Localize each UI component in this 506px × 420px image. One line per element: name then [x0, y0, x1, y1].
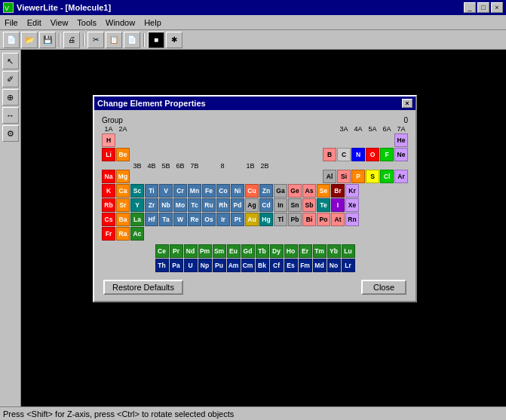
el-Rh[interactable]: Rh — [216, 198, 230, 212]
el-In[interactable]: In — [274, 198, 287, 212]
lt-add[interactable]: ⊕ — [2, 89, 19, 106]
el-Na[interactable]: Na — [102, 170, 115, 183]
el-Ba[interactable]: Ba — [116, 213, 130, 226]
tb-save[interactable]: 💾 — [39, 32, 56, 48]
el-Eu[interactable]: Eu — [227, 244, 241, 258]
restore-defaults-btn[interactable]: Restore Defaults — [103, 280, 183, 295]
el-K[interactable]: K — [102, 184, 115, 198]
el-Zr[interactable]: Zr — [145, 198, 158, 212]
el-Se[interactable]: Se — [317, 184, 330, 198]
el-Re[interactable]: Re — [188, 213, 201, 226]
el-Ni[interactable]: Ni — [231, 184, 244, 198]
el-Pb[interactable]: Pb — [288, 213, 302, 226]
el-Ca[interactable]: Ca — [116, 184, 130, 198]
el-Si[interactable]: Si — [337, 170, 351, 183]
el-Np[interactable]: Np — [198, 259, 212, 272]
el-Nd[interactable]: Nd — [184, 244, 198, 258]
el-Md[interactable]: Md — [313, 259, 327, 272]
lt-move[interactable]: ↔ — [2, 107, 19, 124]
tb-copy[interactable]: 📋 — [106, 32, 122, 48]
el-Be[interactable]: Be — [116, 148, 130, 161]
menu-view[interactable]: View — [46, 17, 73, 29]
el-S[interactable]: S — [366, 170, 379, 183]
el-He[interactable]: He — [394, 133, 408, 147]
el-Ge[interactable]: Ge — [288, 184, 302, 198]
el-Tb[interactable]: Tb — [256, 244, 269, 258]
tb-open[interactable]: 📂 — [21, 32, 38, 48]
el-Fr[interactable]: Fr — [102, 227, 115, 241]
el-Cd[interactable]: Cd — [259, 198, 273, 212]
el-N[interactable]: N — [351, 148, 365, 161]
el-Pa[interactable]: Pa — [170, 259, 183, 272]
el-Sb[interactable]: Sb — [302, 198, 316, 212]
el-H[interactable]: H — [102, 133, 115, 147]
el-Cf[interactable]: Cf — [270, 259, 284, 272]
el-Sn[interactable]: Sn — [288, 198, 302, 212]
el-Es[interactable]: Es — [284, 259, 298, 272]
el-Tc[interactable]: Tc — [188, 198, 201, 212]
el-Th[interactable]: Th — [155, 259, 169, 272]
el-Ne[interactable]: Ne — [394, 148, 408, 161]
el-Rb[interactable]: Rb — [102, 198, 115, 212]
dialog-close-btn[interactable]: × — [402, 99, 412, 108]
el-As[interactable]: As — [302, 184, 316, 198]
lt-settings[interactable]: ⚙ — [2, 125, 19, 142]
el-No[interactable]: No — [327, 259, 341, 272]
el-Gd[interactable]: Gd — [241, 244, 255, 258]
el-Pt[interactable]: Pt — [231, 213, 244, 226]
el-Cu[interactable]: Cu — [245, 184, 259, 198]
el-Rn[interactable]: Rn — [345, 213, 359, 226]
el-Sc[interactable]: Sc — [130, 184, 144, 198]
el-I[interactable]: I — [331, 198, 345, 212]
el-Mo[interactable]: Mo — [173, 198, 187, 212]
el-Cr[interactable]: Cr — [173, 184, 187, 198]
el-B[interactable]: B — [323, 148, 336, 161]
lt-draw[interactable]: ✐ — [2, 71, 19, 87]
el-Mg[interactable]: Mg — [116, 170, 130, 183]
tb-print[interactable]: 🖨 — [63, 32, 80, 48]
el-Pu[interactable]: Pu — [213, 259, 226, 272]
el-Co[interactable]: Co — [216, 184, 230, 198]
el-Ce[interactable]: Ce — [155, 244, 169, 258]
el-Nb[interactable]: Nb — [159, 198, 173, 212]
minimize-btn[interactable]: _ — [464, 2, 476, 13]
el-Cs[interactable]: Cs — [102, 213, 115, 226]
el-Pr[interactable]: Pr — [170, 244, 183, 258]
tb-rotate[interactable]: ✱ — [166, 32, 182, 48]
el-Fm[interactable]: Fm — [299, 259, 312, 272]
el-Br[interactable]: Br — [331, 184, 345, 198]
el-Lu[interactable]: Lu — [342, 244, 355, 258]
el-Bi[interactable]: Bi — [302, 213, 316, 226]
el-Ta[interactable]: Ta — [159, 213, 173, 226]
el-Cm[interactable]: Cm — [241, 259, 255, 272]
el-Hf[interactable]: Hf — [145, 213, 158, 226]
el-U[interactable]: U — [184, 259, 198, 272]
el-Sr[interactable]: Sr — [116, 198, 130, 212]
el-Kr[interactable]: Kr — [345, 184, 359, 198]
tb-new[interactable]: 📄 — [3, 32, 20, 48]
el-Tl[interactable]: Tl — [274, 213, 287, 226]
menu-tools[interactable]: Tools — [72, 17, 101, 29]
close-btn[interactable]: × — [491, 2, 503, 13]
el-Am[interactable]: Am — [227, 259, 241, 272]
tb-paste[interactable]: 📄 — [124, 32, 140, 48]
el-At[interactable]: At — [331, 213, 345, 226]
el-Tm[interactable]: Tm — [313, 244, 327, 258]
el-Ru[interactable]: Ru — [202, 198, 216, 212]
el-Li[interactable]: Li — [102, 148, 115, 161]
el-Al[interactable]: Al — [323, 170, 336, 183]
el-Te[interactable]: Te — [317, 198, 330, 212]
menu-file[interactable]: File — [0, 17, 23, 29]
el-Os[interactable]: Os — [202, 213, 216, 226]
el-Ac[interactable]: Ac — [130, 227, 144, 241]
el-Au[interactable]: Au — [245, 213, 259, 226]
el-Ra[interactable]: Ra — [116, 227, 130, 241]
el-C[interactable]: C — [337, 148, 351, 161]
el-P[interactable]: P — [351, 170, 365, 183]
el-Mn[interactable]: Mn — [188, 184, 201, 198]
maximize-btn[interactable]: □ — [477, 2, 489, 13]
el-Ga[interactable]: Ga — [274, 184, 287, 198]
menu-help[interactable]: Help — [140, 17, 166, 29]
lt-select[interactable]: ↖ — [2, 53, 19, 69]
el-Lr[interactable]: Lr — [342, 259, 355, 272]
